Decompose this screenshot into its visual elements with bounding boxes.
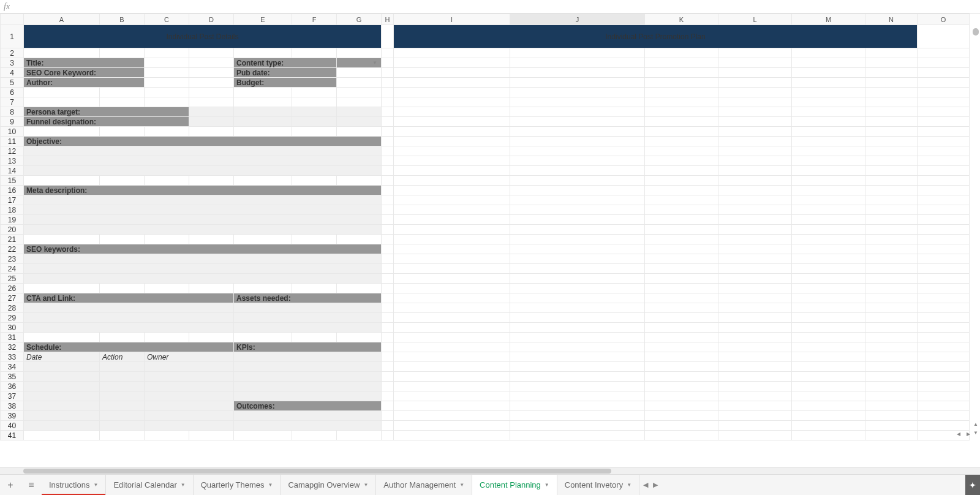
cell[interactable] [865, 303, 918, 313]
cell[interactable] [510, 323, 645, 333]
cell[interactable] [24, 411, 100, 421]
cell[interactable] [865, 244, 918, 254]
cell[interactable] [510, 421, 645, 431]
cell[interactable] [382, 146, 394, 156]
row-header[interactable]: 1 [1, 25, 24, 48]
cell[interactable]: Individual Post Promotion Plan [394, 25, 918, 48]
cell[interactable] [145, 58, 189, 68]
col-header-F[interactable]: F [292, 14, 337, 25]
cell[interactable] [510, 333, 645, 342]
cell[interactable] [865, 58, 918, 68]
add-sheet-button[interactable]: + [0, 475, 21, 495]
cell[interactable] [234, 421, 382, 431]
cell[interactable] [394, 274, 510, 284]
cell[interactable]: SEO keywords: [24, 244, 382, 254]
cell[interactable] [234, 127, 292, 137]
cell[interactable] [382, 137, 394, 146]
cell[interactable] [510, 205, 645, 215]
row-header[interactable]: 3 [1, 58, 24, 68]
cell[interactable] [382, 293, 394, 303]
cell[interactable] [394, 411, 510, 421]
cell[interactable] [718, 235, 792, 244]
cell[interactable] [24, 333, 100, 342]
cell[interactable] [234, 333, 292, 342]
cell[interactable] [865, 362, 918, 372]
row-header[interactable]: 10 [1, 127, 24, 137]
cell[interactable] [337, 284, 382, 293]
cell[interactable] [100, 391, 145, 401]
cell[interactable] [145, 127, 189, 137]
cell[interactable] [394, 137, 510, 146]
col-header-B[interactable]: B [100, 14, 145, 25]
row-header[interactable]: 31 [1, 333, 24, 342]
cell[interactable] [145, 372, 234, 382]
cell[interactable] [382, 166, 394, 176]
h-scrollbar-thumb[interactable] [23, 469, 611, 474]
cell[interactable] [792, 88, 865, 97]
cell[interactable] [394, 205, 510, 215]
cell[interactable] [645, 48, 718, 58]
cell[interactable] [918, 58, 970, 68]
cell[interactable] [382, 78, 394, 88]
chevron-down-icon[interactable]: ▼ [372, 60, 379, 66]
cell[interactable] [865, 205, 918, 215]
cell[interactable] [645, 254, 718, 264]
cell[interactable] [510, 235, 645, 244]
cell[interactable] [394, 166, 510, 176]
cell[interactable] [510, 137, 645, 146]
cell[interactable] [645, 313, 718, 323]
row-header[interactable]: 13 [1, 156, 24, 166]
cell[interactable] [145, 235, 189, 244]
cell[interactable] [792, 382, 865, 391]
cell[interactable] [718, 166, 792, 176]
cell[interactable] [100, 88, 145, 97]
cell[interactable] [394, 431, 510, 440]
row-header[interactable]: 39 [1, 411, 24, 421]
cell[interactable] [792, 431, 865, 440]
cell[interactable] [394, 146, 510, 156]
cell[interactable] [145, 97, 189, 107]
cell[interactable] [718, 68, 792, 78]
cell[interactable] [394, 117, 510, 127]
cell[interactable] [645, 323, 718, 333]
col-header-E[interactable]: E [234, 14, 292, 25]
cell[interactable] [865, 421, 918, 431]
cell[interactable] [918, 235, 970, 244]
cell[interactable] [234, 235, 292, 244]
h-scroll-left-icon[interactable]: ◀ [954, 431, 963, 437]
cell[interactable] [337, 176, 382, 186]
cell[interactable] [382, 333, 394, 342]
cell[interactable] [865, 88, 918, 97]
cell[interactable] [510, 352, 645, 362]
cell[interactable] [292, 431, 337, 440]
cell[interactable] [510, 382, 645, 391]
row-header[interactable]: 24 [1, 264, 24, 274]
cell[interactable]: Objective: [24, 137, 382, 146]
cell[interactable] [792, 401, 865, 411]
cell[interactable] [234, 107, 292, 117]
cell[interactable] [918, 68, 970, 78]
cell[interactable] [645, 107, 718, 117]
cell[interactable] [510, 342, 645, 352]
cell[interactable] [645, 235, 718, 244]
cell[interactable] [792, 176, 865, 186]
cell[interactable] [145, 391, 234, 401]
cell[interactable] [510, 58, 645, 68]
cell[interactable] [510, 156, 645, 166]
cell[interactable] [865, 48, 918, 58]
cell[interactable] [510, 303, 645, 313]
cell[interactable] [382, 244, 394, 254]
cell[interactable] [382, 127, 394, 137]
cell[interactable] [718, 146, 792, 156]
cell[interactable] [865, 68, 918, 78]
cell[interactable] [645, 186, 718, 195]
cell[interactable] [865, 225, 918, 235]
cell[interactable] [145, 284, 189, 293]
select-all-cell[interactable] [1, 14, 24, 25]
cell[interactable] [792, 274, 865, 284]
cell[interactable] [792, 107, 865, 117]
cell[interactable] [718, 215, 792, 225]
cell[interactable] [718, 372, 792, 382]
cell[interactable] [145, 431, 189, 440]
cell[interactable]: Budget: [234, 78, 337, 88]
